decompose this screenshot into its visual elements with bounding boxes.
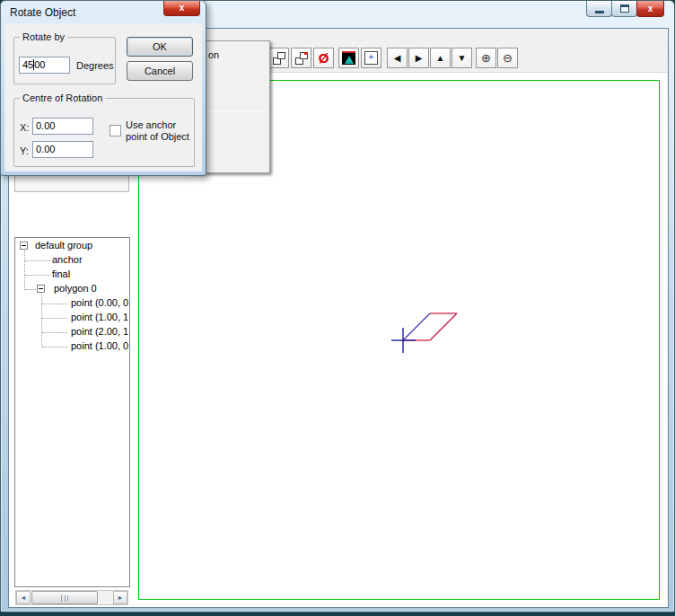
mirror-icon [342,51,355,65]
y-label: Y: [20,145,29,156]
tree-connector [41,294,42,347]
dialog-title: Rotate Object [10,6,75,19]
scroll-right-button[interactable]: ► [113,591,127,604]
close-icon: x [180,3,185,13]
zoom-in-button[interactable]: ⊕ [476,48,496,68]
pan-down-icon: ▼ [458,54,467,63]
desktop: x Ø + [0,0,675,616]
tree-connector [25,260,50,261]
zoom-out-button[interactable]: ⊖ [497,48,518,68]
zoom-in-icon: ⊕ [481,52,491,64]
tree-item-point-3[interactable]: point (2.00, 1. [71,325,130,339]
menu-item-partial[interactable]: on [208,49,219,60]
polygon-shape [379,298,487,361]
window-caption-buttons: x [587,1,664,17]
maximize-button[interactable] [611,1,637,17]
tree-item-point-4[interactable]: point (1.00, 0. [71,339,130,353]
ok-button[interactable]: OK [127,37,193,57]
minimize-button[interactable] [586,1,612,17]
pan-right-icon: ▶ [416,54,423,63]
x-label: X: [20,122,29,133]
mirror-button[interactable] [338,48,359,68]
scrollbar-grip-icon [61,595,68,602]
close-button[interactable]: x [636,1,664,17]
pan-up-icon: ▲ [436,54,445,63]
maximize-icon [620,4,629,13]
no-fill-icon: Ø [319,51,329,65]
use-anchor-label: Use anchor point of Object [126,119,194,143]
tree-collapse-toggle[interactable] [20,242,28,250]
rotate-object-dialog: Rotate Object x Rotate by 4500 Degrees O… [0,0,206,176]
pan-right-button[interactable]: ▶ [408,48,429,68]
tree-connector [42,332,67,333]
minimize-icon [595,11,604,13]
pan-up-button[interactable]: ▲ [430,48,451,68]
tree-item-anchor[interactable]: anchor [52,253,83,267]
pan-down-button[interactable]: ▼ [451,48,472,68]
tree-item-polygon-0[interactable]: polygon 0 [54,282,97,295]
tree-connector [25,289,36,290]
tree-item-final[interactable]: final [52,268,70,281]
cascade-windows-icon [273,52,285,65]
tree-connector [42,304,67,304]
center-marker-button[interactable]: + [361,48,381,68]
tree-collapse-toggle[interactable] [37,285,45,293]
tree-item-point-2[interactable]: point (1.00, 1. [71,311,130,324]
horizontal-scrollbar[interactable]: ◄ ► [15,590,128,605]
anchor-edge-line [403,313,430,340]
zoom-out-icon: ⊖ [503,52,513,64]
degrees-label: Degrees [76,60,114,71]
cancel-button[interactable]: Cancel [127,61,193,81]
dialog-body: Rotate by 4500 Degrees OK Cancel Centre … [4,23,202,172]
pan-left-icon: ◀ [394,54,401,63]
rotate-degrees-input[interactable]: 4500 [19,57,70,74]
tree-item-point-1[interactable]: point (0.00, 0. [71,296,130,310]
dialog-close-button[interactable]: x [163,1,200,16]
centre-of-rotation-legend: Centre of Rotation [20,92,105,104]
tree-connector [42,347,67,348]
close-icon: x [648,4,653,13]
pan-left-button[interactable]: ◀ [387,48,408,68]
object-tree[interactable]: default group anchor final polygon 0 poi… [14,237,130,587]
rotate-by-legend: Rotate by [20,31,67,43]
no-fill-button[interactable]: Ø [313,48,334,68]
tree-item-default-group[interactable]: default group [35,239,92,252]
center-marker-icon: + [364,51,378,65]
cascade-button[interactable] [268,48,289,68]
copy-object-icon [295,52,308,65]
x-input[interactable]: 0.00 [32,118,93,135]
tree-connector [24,251,25,290]
polygon-edge-right [430,313,457,340]
copy-object-button[interactable] [291,48,311,68]
y-input[interactable]: 0.00 [32,141,93,158]
use-anchor-checkbox[interactable] [110,125,121,136]
scroll-left-button[interactable]: ◄ [16,591,31,604]
tree-connector [42,318,67,319]
tree-connector [25,275,50,276]
scrollbar-thumb[interactable] [31,591,98,604]
